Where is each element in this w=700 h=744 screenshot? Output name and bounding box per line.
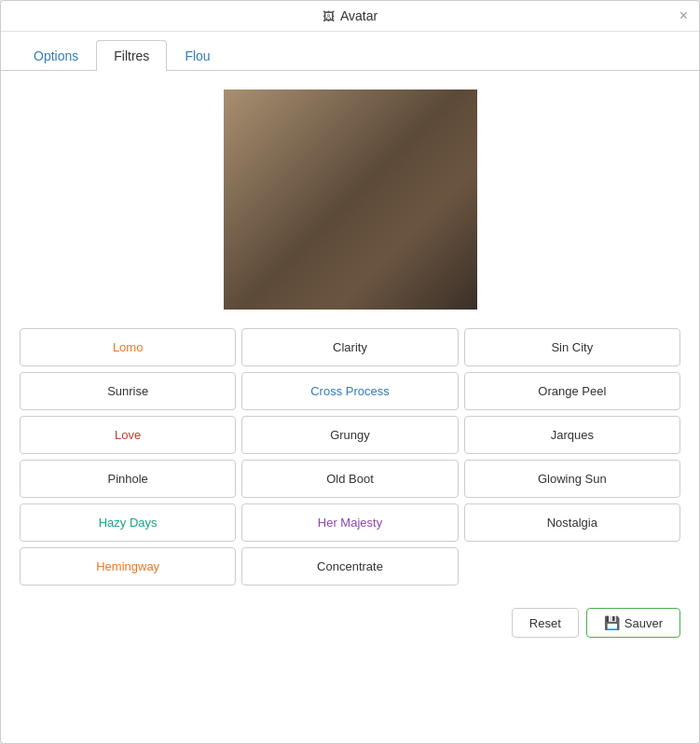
filter-jarques[interactable]: Jarques	[464, 416, 680, 454]
filter-her-majesty[interactable]: Her Majesty	[241, 503, 458, 542]
save-label: Sauver	[625, 616, 663, 630]
filter-sin-city[interactable]: Sin City	[464, 328, 680, 366]
avatar-dialog: 🖼 Avatar × Options Filtres Flou Lomo Cla…	[0, 0, 700, 744]
dialog-title-text: Avatar	[340, 8, 377, 23]
save-button[interactable]: 💾 Sauver	[586, 608, 680, 638]
filter-sunrise[interactable]: Sunrise	[20, 372, 236, 410]
close-button[interactable]: ×	[679, 8, 688, 23]
filter-love[interactable]: Love	[20, 416, 236, 454]
image-preview-section	[1, 71, 699, 324]
dialog-titlebar: 🖼 Avatar ×	[1, 1, 699, 32]
save-icon: 💾	[604, 615, 620, 630]
filters-grid: Lomo Clarity Sin City Sunrise Cross Proc…	[1, 328, 699, 586]
filter-hemingway[interactable]: Hemingway	[20, 547, 236, 586]
filter-cross-process[interactable]: Cross Process	[241, 372, 458, 410]
filter-grungy[interactable]: Grungy	[241, 416, 458, 454]
dialog-title: 🖼 Avatar	[323, 8, 377, 23]
reset-button[interactable]: Reset	[512, 608, 579, 638]
tab-filtres[interactable]: Filtres	[96, 40, 167, 71]
filter-hazy-days[interactable]: Hazy Days	[20, 503, 236, 542]
filter-lomo[interactable]: Lomo	[20, 328, 236, 366]
tab-options[interactable]: Options	[16, 40, 96, 71]
filter-old-boot[interactable]: Old Boot	[241, 460, 458, 498]
tab-flou[interactable]: Flou	[167, 40, 227, 71]
filter-pinhole[interactable]: Pinhole	[20, 460, 236, 498]
filter-orange-peel[interactable]: Orange Peel	[464, 372, 680, 410]
filter-clarity[interactable]: Clarity	[241, 328, 458, 366]
dialog-footer: Reset 💾 Sauver	[1, 593, 699, 653]
tab-bar: Options Filtres Flou	[1, 32, 699, 71]
image-icon: 🖼	[323, 9, 335, 23]
filter-concentrate[interactable]: Concentrate	[241, 547, 458, 586]
image-placeholder	[224, 90, 477, 310]
filter-glowing-sun[interactable]: Glowing Sun	[464, 460, 680, 498]
filter-nostalgia[interactable]: Nostalgia	[464, 503, 680, 542]
